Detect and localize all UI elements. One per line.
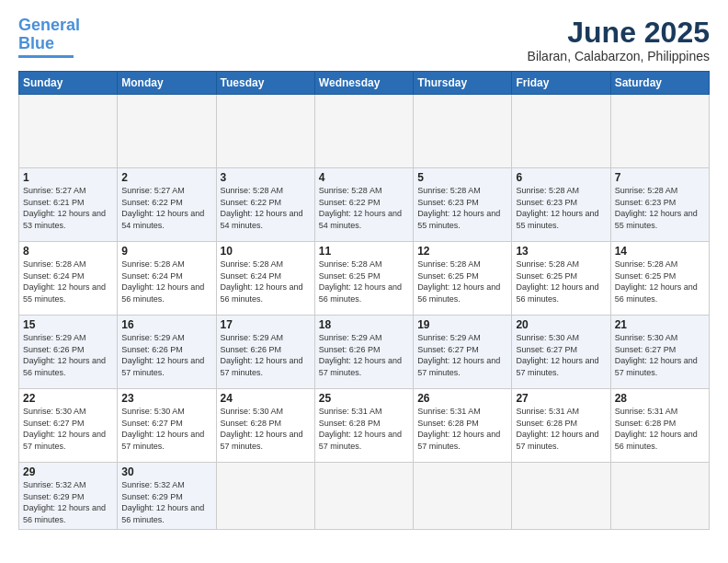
day-number: 23 xyxy=(121,392,211,405)
calendar-cell: 16Sunrise: 5:29 AMSunset: 6:26 PMDayligh… xyxy=(118,316,216,389)
calendar-cell: 22Sunrise: 5:30 AMSunset: 6:27 PMDayligh… xyxy=(19,389,118,463)
calendar-cell xyxy=(512,463,610,529)
day-number: 19 xyxy=(417,318,507,331)
day-number: 28 xyxy=(615,392,705,405)
day-info: Sunrise: 5:28 AMSunset: 6:24 PMDaylight:… xyxy=(23,259,113,304)
day-number: 15 xyxy=(23,318,113,331)
header: General Blue June 2025 Bilaran, Calabarz… xyxy=(18,17,710,63)
day-number: 7 xyxy=(615,171,705,184)
day-info: Sunrise: 5:29 AMSunset: 6:26 PMDaylight:… xyxy=(221,332,311,378)
day-number: 30 xyxy=(121,465,211,478)
day-info: Sunrise: 5:31 AMSunset: 6:28 PMDaylight:… xyxy=(417,406,507,452)
calendar-cell xyxy=(118,95,216,168)
day-number: 25 xyxy=(319,392,409,405)
column-header-wednesday: Wednesday xyxy=(314,72,413,95)
calendar-cell xyxy=(610,463,709,529)
day-info: Sunrise: 5:28 AMSunset: 6:25 PMDaylight:… xyxy=(417,259,507,304)
day-number: 5 xyxy=(417,171,507,184)
title-area: June 2025 Bilaran, Calabarzon, Philippin… xyxy=(528,17,710,63)
day-info: Sunrise: 5:31 AMSunset: 6:28 PMDaylight:… xyxy=(615,406,705,452)
calendar-cell: 27Sunrise: 5:31 AMSunset: 6:28 PMDayligh… xyxy=(512,389,610,463)
calendar-cell: 5Sunrise: 5:28 AMSunset: 6:23 PMDaylight… xyxy=(414,168,512,242)
calendar-cell: 12Sunrise: 5:28 AMSunset: 6:25 PMDayligh… xyxy=(414,242,512,316)
day-info: Sunrise: 5:28 AMSunset: 6:22 PMDaylight:… xyxy=(221,185,311,231)
day-number: 8 xyxy=(23,245,113,258)
calendar-cell: 18Sunrise: 5:29 AMSunset: 6:26 PMDayligh… xyxy=(314,316,413,389)
day-number: 18 xyxy=(319,318,409,331)
calendar-cell: 6Sunrise: 5:28 AMSunset: 6:23 PMDaylight… xyxy=(512,168,610,242)
calendar-cell xyxy=(19,95,118,168)
day-number: 10 xyxy=(221,245,311,258)
day-info: Sunrise: 5:31 AMSunset: 6:28 PMDaylight:… xyxy=(516,406,606,452)
calendar-cell: 3Sunrise: 5:28 AMSunset: 6:22 PMDaylight… xyxy=(216,168,314,242)
day-number: 20 xyxy=(516,318,606,331)
calendar-cell: 2Sunrise: 5:27 AMSunset: 6:22 PMDaylight… xyxy=(118,168,216,242)
calendar-cell xyxy=(216,463,314,529)
calendar-subtitle: Bilaran, Calabarzon, Philippines xyxy=(528,49,710,63)
column-header-tuesday: Tuesday xyxy=(216,72,314,95)
calendar-cell: 23Sunrise: 5:30 AMSunset: 6:27 PMDayligh… xyxy=(118,389,216,463)
logo: General Blue xyxy=(18,17,80,58)
column-header-friday: Friday xyxy=(512,72,610,95)
calendar-cell: 8Sunrise: 5:28 AMSunset: 6:24 PMDaylight… xyxy=(19,242,118,316)
calendar-cell: 21Sunrise: 5:30 AMSunset: 6:27 PMDayligh… xyxy=(610,316,709,389)
column-header-monday: Monday xyxy=(118,72,216,95)
day-number: 29 xyxy=(23,465,113,478)
calendar-page: General Blue June 2025 Bilaran, Calabarz… xyxy=(0,0,728,563)
calendar-cell: 19Sunrise: 5:29 AMSunset: 6:27 PMDayligh… xyxy=(414,316,512,389)
calendar-cell xyxy=(216,95,314,168)
logo-blue: Blue xyxy=(18,34,54,52)
calendar-cell: 7Sunrise: 5:28 AMSunset: 6:23 PMDaylight… xyxy=(610,168,709,242)
day-number: 1 xyxy=(23,171,113,184)
day-number: 27 xyxy=(516,392,606,405)
day-info: Sunrise: 5:29 AMSunset: 6:26 PMDaylight:… xyxy=(319,332,409,378)
day-number: 24 xyxy=(221,392,311,405)
calendar-cell: 26Sunrise: 5:31 AMSunset: 6:28 PMDayligh… xyxy=(414,389,512,463)
calendar-cell: 4Sunrise: 5:28 AMSunset: 6:22 PMDaylight… xyxy=(314,168,413,242)
day-info: Sunrise: 5:28 AMSunset: 6:25 PMDaylight:… xyxy=(615,259,705,304)
day-number: 14 xyxy=(615,245,705,258)
calendar-cell: 13Sunrise: 5:28 AMSunset: 6:25 PMDayligh… xyxy=(512,242,610,316)
calendar-cell: 17Sunrise: 5:29 AMSunset: 6:26 PMDayligh… xyxy=(216,316,314,389)
calendar-cell: 11Sunrise: 5:28 AMSunset: 6:25 PMDayligh… xyxy=(314,242,413,316)
day-number: 16 xyxy=(121,318,211,331)
calendar-cell: 29Sunrise: 5:32 AMSunset: 6:29 PMDayligh… xyxy=(19,463,118,529)
day-info: Sunrise: 5:27 AMSunset: 6:22 PMDaylight:… xyxy=(121,185,211,231)
calendar-cell: 24Sunrise: 5:30 AMSunset: 6:28 PMDayligh… xyxy=(216,389,314,463)
day-number: 22 xyxy=(23,392,113,405)
day-number: 21 xyxy=(615,318,705,331)
day-info: Sunrise: 5:28 AMSunset: 6:23 PMDaylight:… xyxy=(417,185,507,231)
day-number: 6 xyxy=(516,171,606,184)
calendar-cell: 1Sunrise: 5:27 AMSunset: 6:21 PMDaylight… xyxy=(19,168,118,242)
calendar-cell: 14Sunrise: 5:28 AMSunset: 6:25 PMDayligh… xyxy=(610,242,709,316)
calendar-cell xyxy=(610,95,709,168)
day-info: Sunrise: 5:29 AMSunset: 6:26 PMDaylight:… xyxy=(23,332,113,378)
day-number: 12 xyxy=(417,245,507,258)
day-info: Sunrise: 5:30 AMSunset: 6:27 PMDaylight:… xyxy=(516,332,606,378)
day-info: Sunrise: 5:28 AMSunset: 6:25 PMDaylight:… xyxy=(319,259,409,304)
day-info: Sunrise: 5:28 AMSunset: 6:24 PMDaylight:… xyxy=(121,259,211,304)
day-info: Sunrise: 5:30 AMSunset: 6:27 PMDaylight:… xyxy=(615,332,705,378)
day-info: Sunrise: 5:30 AMSunset: 6:28 PMDaylight:… xyxy=(221,406,311,452)
day-info: Sunrise: 5:28 AMSunset: 6:24 PMDaylight:… xyxy=(221,259,311,304)
column-header-saturday: Saturday xyxy=(610,72,709,95)
day-number: 17 xyxy=(221,318,311,331)
day-info: Sunrise: 5:32 AMSunset: 6:29 PMDaylight:… xyxy=(23,479,113,525)
calendar-title: June 2025 xyxy=(528,17,710,49)
calendar-cell xyxy=(512,95,610,168)
logo-general: General xyxy=(18,16,80,34)
day-number: 3 xyxy=(221,171,311,184)
calendar-cell: 30Sunrise: 5:32 AMSunset: 6:29 PMDayligh… xyxy=(118,463,216,529)
day-number: 2 xyxy=(121,171,211,184)
day-number: 13 xyxy=(516,245,606,258)
day-info: Sunrise: 5:28 AMSunset: 6:22 PMDaylight:… xyxy=(319,185,409,231)
day-info: Sunrise: 5:32 AMSunset: 6:29 PMDaylight:… xyxy=(121,479,211,525)
day-info: Sunrise: 5:28 AMSunset: 6:25 PMDaylight:… xyxy=(516,259,606,304)
day-info: Sunrise: 5:29 AMSunset: 6:26 PMDaylight:… xyxy=(121,332,211,378)
calendar-cell: 20Sunrise: 5:30 AMSunset: 6:27 PMDayligh… xyxy=(512,316,610,389)
day-number: 4 xyxy=(319,171,409,184)
calendar-cell: 9Sunrise: 5:28 AMSunset: 6:24 PMDaylight… xyxy=(118,242,216,316)
logo-underline xyxy=(18,55,74,58)
day-info: Sunrise: 5:30 AMSunset: 6:27 PMDaylight:… xyxy=(23,406,113,452)
column-header-thursday: Thursday xyxy=(414,72,512,95)
